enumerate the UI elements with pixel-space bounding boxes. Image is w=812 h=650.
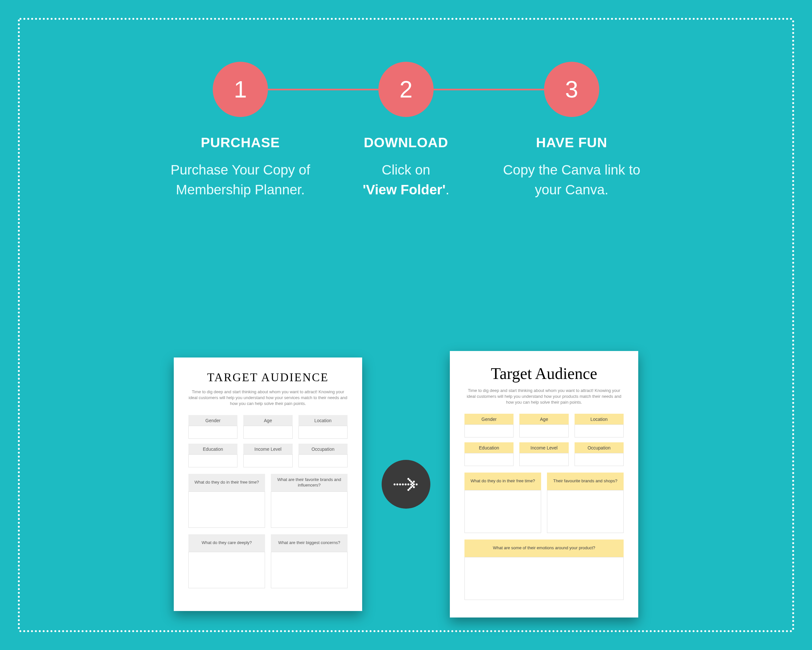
- step-1-circle: 1: [213, 62, 268, 117]
- field-input: [299, 454, 348, 467]
- sheet-right-boxes-row1: What do they do in their free time? Thei…: [464, 473, 624, 533]
- step-2-desc-pre: Click on: [382, 162, 430, 177]
- field-input: [243, 454, 292, 467]
- step-line-2: [433, 89, 544, 90]
- step-labels: PURCHASE Purchase Your Copy of Membershi…: [0, 135, 812, 200]
- step-3-title: HAVE FUN: [489, 135, 655, 150]
- sheet-left-fields-row1: Gender Age Location: [188, 415, 348, 439]
- field-label: Location: [575, 414, 624, 425]
- sheet-left-intro: Time to dig deep and start thinking abou…: [188, 389, 348, 407]
- step-1-title: PURCHASE: [157, 135, 323, 150]
- step-3-col: HAVE FUN Copy the Canva link to your Can…: [489, 135, 655, 200]
- field-input: [519, 453, 568, 466]
- svg-point-2: [399, 483, 401, 485]
- stepper: 1 2 3: [0, 62, 812, 117]
- field-label: Gender: [188, 415, 237, 426]
- field-label: Income Level: [243, 444, 292, 455]
- svg-point-13: [413, 481, 415, 483]
- svg-point-11: [410, 486, 412, 488]
- field-input: [299, 426, 348, 439]
- sheet-left-boxes-row1: What do they do in their free time? What…: [188, 474, 348, 528]
- box-input: [464, 490, 541, 533]
- svg-point-10: [415, 483, 417, 485]
- field-input: [243, 426, 292, 439]
- step-2-title: DOWNLOAD: [323, 135, 489, 150]
- box-label: What do they do in their free time?: [188, 474, 265, 491]
- field-input: [188, 454, 237, 467]
- field-input: [464, 424, 513, 437]
- main-content: 1 2 3 PURCHASE Purchase Your Copy of Mem…: [0, 62, 812, 200]
- box-input: [188, 552, 265, 588]
- field-label: Occupation: [575, 442, 624, 453]
- box-label: What do they care deeply?: [188, 534, 265, 552]
- sheet-right-intro: Time to dig deep and start thinking abou…: [464, 388, 624, 405]
- step-3-desc: Copy the Canva link to your Canva.: [489, 160, 655, 200]
- sheet-right-heading: Target Audience: [484, 364, 603, 383]
- box-label: What do they do in their free time?: [464, 473, 541, 490]
- sheet-right-full-box: What are some of their emotions around y…: [464, 540, 624, 600]
- step-1-col: PURCHASE Purchase Your Copy of Membershi…: [157, 135, 323, 200]
- svg-point-0: [393, 483, 395, 485]
- field-input: [519, 424, 568, 437]
- sheet-left-heading: TARGET AUDIENCE: [188, 370, 348, 384]
- step-2-desc-bold: 'View Folder': [363, 182, 446, 197]
- preview-sheet-right: Target Audience Time to dig deep and sta…: [450, 351, 638, 618]
- svg-point-4: [404, 483, 406, 485]
- field-label: Age: [243, 415, 292, 426]
- svg-point-21: [409, 488, 411, 489]
- step-1-desc: Purchase Your Copy of Membership Planner…: [157, 160, 323, 200]
- svg-point-7: [413, 483, 415, 485]
- step-line-1: [268, 89, 379, 90]
- svg-point-18: [412, 482, 414, 484]
- step-2-circle: 2: [379, 62, 433, 117]
- field-label: Education: [188, 444, 237, 455]
- arrow-icon: [382, 460, 430, 509]
- sheet-left-boxes-row2: What do they care deeply? What are their…: [188, 534, 348, 588]
- sheet-right-fields-row1: Gender Age Location: [464, 414, 624, 437]
- previews-row: TARGET AUDIENCE Time to dig deep and sta…: [0, 351, 812, 618]
- svg-point-22: [412, 485, 414, 486]
- box-input: [547, 490, 624, 533]
- sheet-right-fields-row2: Education Income Level Occupation: [464, 442, 624, 466]
- step-3-circle: 3: [544, 62, 599, 117]
- box-input: [271, 491, 348, 528]
- svg-point-1: [396, 483, 398, 485]
- svg-point-3: [402, 483, 404, 485]
- step-2-desc-post: .: [446, 182, 450, 197]
- box-label: Their favourite brands and shops?: [547, 473, 624, 490]
- step-2-col: DOWNLOAD Click on 'View Folder'.: [323, 135, 489, 200]
- svg-point-5: [407, 483, 409, 485]
- sheet-left-fields-row2: Education Income Level Occupation: [188, 444, 348, 467]
- field-label: Occupation: [299, 444, 348, 455]
- svg-point-17: [409, 479, 411, 481]
- field-label: Location: [299, 415, 348, 426]
- svg-point-8: [407, 478, 409, 480]
- svg-point-12: [407, 489, 409, 491]
- field-label: Age: [519, 414, 568, 425]
- box-input: [464, 557, 624, 600]
- box-label: What are some of their emotions around y…: [464, 540, 624, 557]
- field-input: [575, 424, 624, 437]
- svg-point-6: [410, 483, 412, 485]
- field-label: Gender: [464, 414, 513, 425]
- box-input: [271, 552, 348, 588]
- preview-sheet-left: TARGET AUDIENCE Time to dig deep and sta…: [174, 358, 362, 611]
- field-input: [464, 453, 513, 466]
- svg-point-14: [413, 486, 415, 488]
- step-2-desc: Click on 'View Folder'.: [323, 160, 489, 200]
- field-input: [575, 453, 624, 466]
- field-input: [188, 426, 237, 439]
- svg-point-9: [410, 481, 412, 483]
- box-label: What are their favorite brands and influ…: [271, 474, 348, 491]
- box-input: [188, 491, 265, 528]
- field-label: Income Level: [519, 442, 568, 453]
- box-label: What are their biggest concerns?: [271, 534, 348, 552]
- field-label: Education: [464, 442, 513, 453]
